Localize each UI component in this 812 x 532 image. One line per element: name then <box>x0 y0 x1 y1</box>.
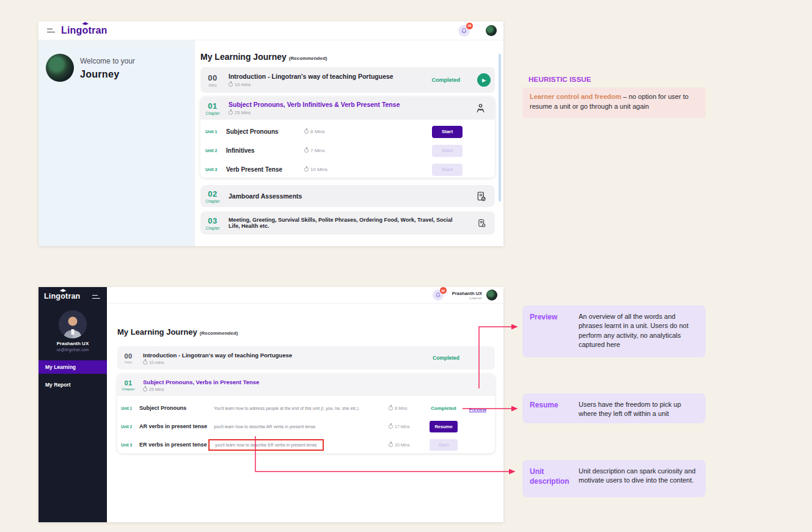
callout-body: Users have the freedom to pick up where … <box>579 400 698 417</box>
unit-title: Infinitives <box>226 147 304 154</box>
start-button-disabled: Start <box>432 145 463 157</box>
chapter-title: Jamboard Assessments <box>225 192 302 200</box>
header-user-name: Prashanth UX <box>452 291 482 296</box>
sidebar-user-email: ux@lingotran.com <box>38 348 107 352</box>
unit-row: Unit 2 AR verbs in present tense you'll … <box>117 417 495 435</box>
start-button[interactable]: Start <box>432 126 463 138</box>
unit-description-highlight-box: you'll learn how to describe ER verbs in… <box>208 439 324 451</box>
unit-duration: 8 Mins <box>395 406 408 410</box>
clock-icon <box>304 148 309 153</box>
chapter-number: 01 <box>200 101 225 111</box>
unit-row: Unit 2 Infinitives 7 Mins Start <box>200 141 495 160</box>
recommended-tag: (Recommended) <box>200 330 238 336</box>
unit-description: you'll learn how to describe AR verbs in… <box>214 425 389 429</box>
chapter-duration: 25 Mins <box>235 110 251 115</box>
chapter-number: 03 <box>200 216 225 225</box>
chapter-number: 02 <box>200 189 225 199</box>
sidebar-item-my-report[interactable]: My Report <box>38 378 107 392</box>
user-avatar[interactable] <box>486 290 497 301</box>
unit-title: Subject Pronouns <box>139 405 214 411</box>
header-user-role: Learner <box>452 296 482 300</box>
page-title: My Learning Journey(Recommended) <box>117 327 238 337</box>
unit-label: Unit 3 <box>121 443 139 447</box>
clock-icon <box>304 129 309 134</box>
chapter-1-header[interactable]: 01Chapter Subject Pronouns, Verbs in Pre… <box>117 374 495 396</box>
main-content: My Learning Journey(Recommended) 00Intro… <box>195 40 503 246</box>
unit-label: Unit 2 <box>205 148 226 153</box>
sidebar: Welcome to your Journey <box>38 40 195 246</box>
callout-label: Resume <box>530 400 579 417</box>
callout-body: An overview of all the words and phrases… <box>579 312 698 351</box>
top-navbar: 99 Prashanth UX Learner <box>107 287 503 304</box>
header-user-block: Prashanth UX Learner <box>452 291 482 300</box>
screenshot-learner-view: Lingotran Prashanth UX ux@lingotran.com … <box>38 287 503 522</box>
recommended-tag: (Recommended) <box>289 56 327 61</box>
screenshot-light-mode: Lingotran 99 Welcome to your Journey My … <box>38 21 503 246</box>
intro-row[interactable]: 00Intro Introduction - Lingotran's way o… <box>117 346 495 370</box>
notification-bell-button[interactable]: 99 <box>458 25 470 37</box>
intro-number: 00 <box>117 352 139 360</box>
notification-badge: 99 <box>440 287 447 294</box>
unit-row: Unit 1 Subject Pronouns 8 Mins Start <box>200 122 495 141</box>
unit-title: Verb Present Tense <box>226 166 304 173</box>
unit-title: Subject Pronouns <box>226 128 304 135</box>
person-reading-icon <box>475 103 486 114</box>
logo-o: o <box>82 25 89 36</box>
status-completed: Completed <box>431 406 456 411</box>
callout-unit-description: Unit description Unit description can sp… <box>522 460 706 497</box>
chapter-2-row[interactable]: 02Chapter Jamboard Assessments <box>200 185 495 207</box>
welcome-text: Welcome to your <box>80 57 135 65</box>
intro-number: 00 <box>200 73 225 82</box>
chapter-title: Subject Pronouns, Verb Infinitives & Ver… <box>229 101 475 108</box>
notification-badge: 99 <box>466 23 473 29</box>
assessment-doc-icon <box>476 191 486 202</box>
chapter-title: Meeting, Greeting, Survival Skills, Poli… <box>225 217 477 229</box>
main-content: My Learning Journey(Recommended) 00Intro… <box>107 304 503 522</box>
intro-label: Intro <box>200 83 225 87</box>
sidebar-item-my-learning[interactable]: My Learning <box>38 360 107 374</box>
hamburger-menu-icon[interactable] <box>47 28 55 33</box>
sidebar-avatar <box>46 54 74 82</box>
user-avatar[interactable] <box>486 25 497 36</box>
chapter-title: Subject Pronouns, Verbs in Present Tense <box>143 379 495 385</box>
journey-title: Journey <box>80 69 119 80</box>
unit-row: Unit 3 Verb Present Tense 10 Mins Start <box>200 160 495 179</box>
start-button-disabled: Start <box>432 164 463 176</box>
play-icon: ▶ <box>482 78 486 83</box>
bell-icon <box>435 292 441 298</box>
clock-icon <box>389 425 393 429</box>
preview-link[interactable]: Preview <box>469 407 486 412</box>
unit-label: Unit 1 <box>121 406 139 410</box>
clock-icon <box>143 360 147 365</box>
unit-label: Unit 2 <box>121 425 139 429</box>
chapter-3-row[interactable]: 03Chapter Meeting, Greeting, Survival Sk… <box>200 211 495 235</box>
heuristic-issue-note: Learner control and freedom – no option … <box>522 87 706 118</box>
intro-title: Introduction - Lingotran's way of teachi… <box>229 73 431 80</box>
sidebar-user-name: Prashanth UX <box>38 341 107 346</box>
callout-preview: Preview An overview of all the words and… <box>522 305 706 357</box>
callout-label: Unit description <box>530 467 579 490</box>
lingotran-logo: Lingotran <box>61 25 108 36</box>
logo-text: Ling <box>61 25 82 35</box>
unit-duration: 10 Mins <box>310 167 327 172</box>
sidebar-avatar-illustration <box>59 310 87 338</box>
unit-duration: 20 Mins <box>395 443 410 447</box>
chapter-1-card: 01Chapter Subject Pronouns, Verb Infinit… <box>200 97 495 178</box>
resume-button[interactable]: Resume <box>430 421 458 432</box>
callout-body: Unit description can spark curiosity and… <box>579 467 698 490</box>
unit-row: Unit 3 ER verbs in present tense you'll … <box>117 435 495 454</box>
status-completed: Completed <box>433 355 459 361</box>
chapter-number: 01 <box>117 379 139 387</box>
intro-row[interactable]: 00Intro Introduction - Lingotran's way o… <box>200 67 495 93</box>
hamburger-menu-icon[interactable] <box>92 294 100 299</box>
chapter-1-header[interactable]: 01Chapter Subject Pronouns, Verb Infinit… <box>200 97 495 120</box>
clock-icon <box>143 387 147 392</box>
unit-title: AR verbs in present tense <box>139 423 214 429</box>
notification-bell-button[interactable]: 99 <box>433 290 444 301</box>
unit-row: Unit 1 Subject Pronouns You'll learn how… <box>117 399 495 417</box>
start-button-disabled: Start <box>430 439 458 451</box>
intro-duration: 10 mins <box>149 360 164 365</box>
scrollbar[interactable] <box>499 54 501 202</box>
intro-label: Intro <box>117 360 139 364</box>
play-button[interactable]: ▶ <box>477 73 491 87</box>
